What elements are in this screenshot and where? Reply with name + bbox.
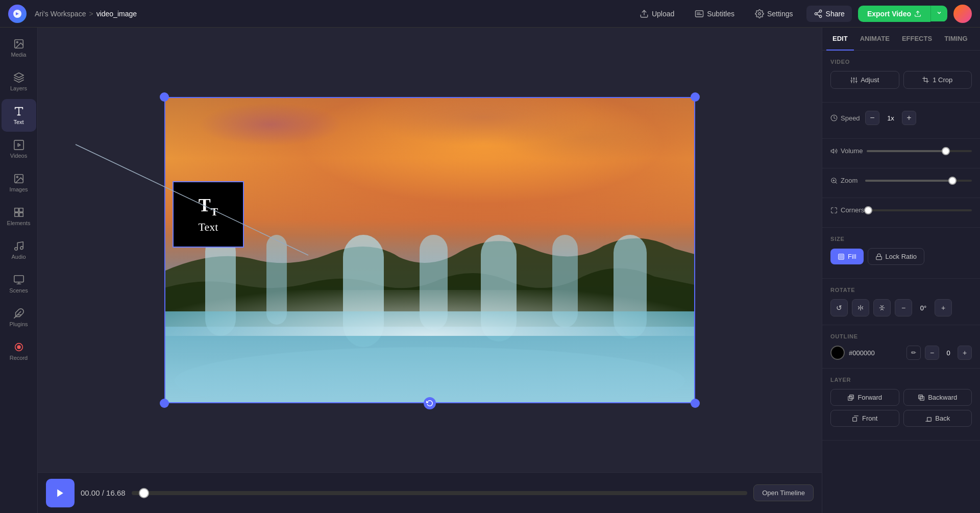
outline-section: OUTLINE #000000 ✏ − 0 +	[822, 325, 980, 369]
right-panel: EDIT ANIMATE EFFECTS TIMING VIDEO Adjust…	[822, 28, 980, 513]
layer-front-button[interactable]: Front	[830, 410, 899, 427]
workspace-link[interactable]: Ari's Workspace	[35, 10, 86, 18]
app-logo[interactable]	[8, 5, 27, 23]
sidebar-item-plugins[interactable]: Plugins	[2, 301, 36, 334]
sidebar-item-text[interactable]: Text	[2, 99, 36, 132]
layer-back-button[interactable]: Back	[903, 410, 972, 427]
bottom-mid-handle[interactable]	[424, 397, 436, 409]
rotate-value: 0°	[916, 304, 930, 312]
tab-edit[interactable]: EDIT	[826, 28, 854, 51]
svg-rect-60	[876, 256, 881, 259]
outline-value: 0	[943, 349, 953, 357]
size-section: SIZE Fill Lock Ratio	[822, 228, 980, 279]
zoom-row: Zoom	[830, 177, 972, 184]
sidebar-item-scenes[interactable]: Scenes	[2, 267, 36, 300]
rotate-ccw-button[interactable]: ↺	[830, 299, 848, 316]
panel-tabs: EDIT ANIMATE EFFECTS TIMING	[822, 28, 980, 51]
tab-effects[interactable]: EFFECTS	[896, 28, 938, 51]
subtitles-button[interactable]: Subtitles	[688, 6, 742, 22]
svg-point-19	[16, 176, 18, 178]
speed-section: Speed − 1x +	[822, 103, 980, 139]
zoom-slider[interactable]	[865, 180, 972, 182]
main-area: Media Layers Text Videos Images Elements…	[0, 28, 980, 513]
settings-button[interactable]: Settings	[748, 6, 800, 22]
svg-marker-42	[57, 489, 63, 497]
svg-point-13	[16, 41, 18, 43]
sidebar-item-record[interactable]: Record	[2, 335, 36, 368]
outline-plus-button[interactable]: +	[958, 346, 972, 360]
layer-backward-button[interactable]: Backward	[903, 389, 972, 406]
export-video-button[interactable]: Export Video	[858, 6, 930, 22]
corners-label: Corners	[830, 206, 864, 214]
corners-row: Corners	[830, 206, 972, 214]
svg-rect-67	[927, 417, 932, 421]
svg-point-5	[758, 12, 761, 15]
sidebar-item-media[interactable]: Media	[2, 32, 36, 64]
volume-section: Volume	[822, 139, 980, 168]
connector-svg	[38, 28, 140, 232]
sidebar-item-videos[interactable]: Videos	[2, 133, 36, 165]
corner-handle-tr[interactable]	[691, 92, 700, 102]
corner-handle-tl[interactable]	[160, 92, 169, 102]
svg-rect-23	[14, 213, 18, 216]
layer-forward-button[interactable]: Forward	[830, 389, 899, 406]
svg-line-55	[836, 182, 837, 183]
text-element-icon: TT	[199, 194, 218, 218]
corners-slider[interactable]	[868, 209, 972, 211]
layer-section-title: LAYER	[830, 377, 972, 383]
upload-button[interactable]: Upload	[632, 6, 681, 22]
export-dropdown-button[interactable]	[930, 6, 947, 21]
speed-minus-button[interactable]: −	[865, 111, 879, 125]
flip-v-button[interactable]	[873, 299, 891, 316]
rotate-section: ROTATE ↺ − 0° +	[822, 279, 980, 325]
breadcrumb: Ari's Workspace > video_image	[35, 10, 137, 18]
volume-row: Volume	[830, 147, 972, 155]
play-button[interactable]	[46, 479, 75, 507]
video-section-title: VIDEO	[830, 59, 972, 65]
video-section: VIDEO Adjust 1 Crop	[822, 51, 980, 103]
canvas-background	[164, 97, 695, 403]
rotate-plus-button[interactable]: +	[935, 299, 952, 316]
breadcrumb-separator: >	[89, 10, 93, 18]
fill-button[interactable]: Fill	[830, 249, 864, 264]
corner-handle-br[interactable]	[691, 399, 700, 408]
share-button[interactable]: Share	[806, 6, 852, 22]
svg-rect-65	[853, 417, 857, 421]
lock-ratio-button[interactable]: Lock Ratio	[868, 248, 924, 265]
outline-color-swatch[interactable]	[830, 346, 845, 360]
svg-rect-64	[919, 395, 923, 399]
sidebar-item-audio[interactable]: Audio	[2, 234, 36, 266]
tab-timing[interactable]: TIMING	[938, 28, 974, 51]
tab-animate[interactable]: ANIMATE	[854, 28, 896, 51]
adjust-button[interactable]: Adjust	[830, 71, 899, 89]
text-element[interactable]: TT Text	[173, 181, 244, 248]
sidebar-item-elements[interactable]: Elements	[2, 200, 36, 233]
rotate-minus-button[interactable]: −	[895, 299, 912, 316]
open-timeline-button[interactable]: Open Timeline	[753, 484, 814, 501]
outline-minus-button[interactable]: −	[925, 346, 939, 360]
rotate-controls: ↺ − 0° +	[830, 299, 972, 316]
svg-rect-2	[696, 11, 703, 17]
crop-button[interactable]: 1 Crop	[903, 71, 972, 89]
user-avatar[interactable]	[953, 5, 972, 23]
total-time: 16.68	[106, 488, 126, 497]
outline-edit-button[interactable]: ✏	[906, 346, 921, 360]
canvas-wrapper: TT Text	[38, 28, 822, 472]
canvas-container: TT Text	[164, 97, 695, 403]
topbar: Ari's Workspace > video_image Upload Sub…	[0, 0, 980, 28]
layer-row-1: Forward Backward	[830, 389, 972, 406]
sidebar-item-images[interactable]: Images	[2, 166, 36, 199]
sidebar-item-layers[interactable]: Layers	[2, 65, 36, 98]
speed-plus-button[interactable]: +	[902, 111, 916, 125]
speed-row: Speed − 1x +	[830, 111, 972, 125]
size-section-title: SIZE	[830, 236, 972, 242]
corner-handle-bl[interactable]	[160, 399, 169, 408]
volume-slider[interactable]	[867, 150, 972, 152]
timeline-thumb[interactable]	[139, 488, 149, 498]
canvas-area: TT Text 00.00 / 16.68 Open Timeline	[38, 28, 822, 513]
timeline-track[interactable]	[132, 491, 748, 495]
flip-h-button[interactable]	[852, 299, 869, 316]
svg-point-24	[14, 248, 17, 251]
svg-rect-26	[14, 276, 23, 282]
rotate-section-title: ROTATE	[830, 287, 972, 293]
